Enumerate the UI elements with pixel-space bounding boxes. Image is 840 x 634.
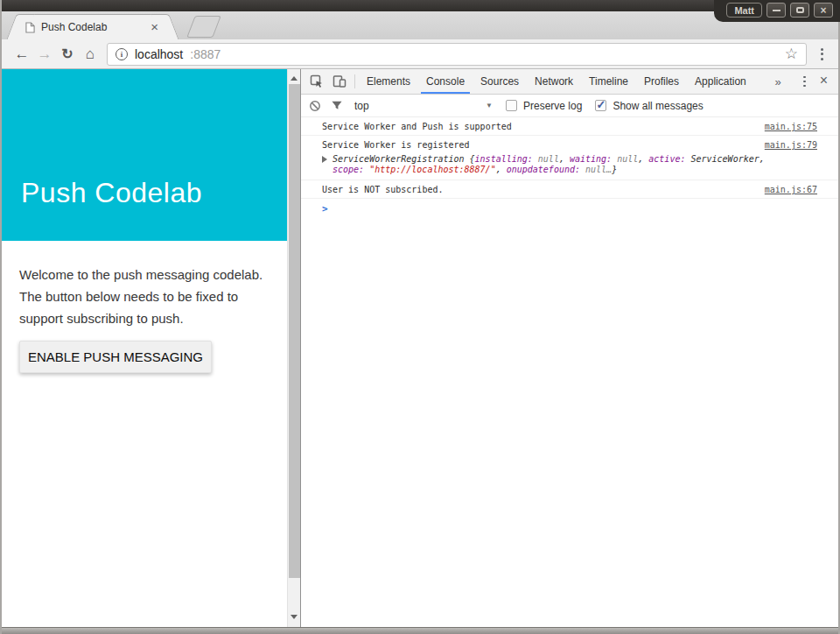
devtools-tab-network[interactable]: Network [527, 69, 581, 94]
scroll-up-icon [290, 76, 298, 81]
maximize-button[interactable] [790, 3, 809, 18]
token: onupdatefound: [507, 165, 585, 174]
device-toolbar-button[interactable] [328, 69, 351, 94]
console-toolbar: top ▼ Preserve log Show all messages [301, 95, 838, 117]
devtools-tab-timeline[interactable]: Timeline [581, 69, 636, 94]
reload-button[interactable]: ↻ [56, 43, 79, 66]
devtools-tab-elements[interactable]: Elements [359, 69, 418, 94]
console-message: User is NOT subscribed. main.js:67 [301, 180, 838, 199]
clear-console-icon[interactable] [309, 100, 321, 112]
prompt-chevron-icon: > [322, 204, 328, 214]
show-all-messages-label: Show all messages [612, 100, 703, 112]
devtools-close-button[interactable]: × [813, 73, 835, 90]
scroll-down-button[interactable] [288, 611, 300, 622]
tab-close-button[interactable]: × [147, 22, 162, 32]
console-prompt[interactable]: > [301, 199, 838, 219]
address-bar[interactable]: i localhost:8887 ☆ [107, 43, 807, 66]
more-tabs-button[interactable]: » [766, 75, 788, 88]
browser-window: Matt × Push Codelab × ← → ↻ ⌂ i localhos… [0, 0, 840, 634]
devtools-menu-button[interactable] [797, 76, 813, 88]
source-link[interactable]: main.js:75 [765, 121, 817, 132]
devtools-tabbar-right: » × [766, 69, 838, 94]
console-message: Service Worker and Push is supported mai… [301, 117, 838, 136]
chevron-down-icon: ▼ [486, 102, 493, 109]
execution-context-dropdown[interactable]: top ▼ [354, 100, 493, 112]
context-label: top [354, 100, 369, 112]
minimize-icon [773, 10, 780, 11]
token: , [496, 165, 507, 174]
back-button[interactable]: ← [10, 43, 33, 66]
page-title: Push Codelab [21, 177, 202, 209]
token: installing: [475, 154, 538, 164]
scroll-up-button[interactable] [288, 73, 300, 83]
minimize-button[interactable] [766, 3, 786, 18]
token: active: [648, 154, 690, 164]
device-icon [332, 74, 346, 88]
home-button[interactable]: ⌂ [79, 43, 102, 66]
console-log: Service Worker and Push is supported mai… [301, 117, 838, 627]
message-text: User is NOT subscribed. [322, 184, 765, 195]
tab-title: Push Codelab [41, 21, 147, 33]
devtools-tab-sources[interactable]: Sources [472, 69, 527, 94]
page-header: Push Codelab [2, 69, 287, 241]
token: waiting: [570, 154, 617, 164]
close-icon: × [820, 6, 826, 15]
scrollbar-thumb[interactable] [289, 84, 300, 578]
forward-button[interactable]: → [33, 43, 56, 66]
devtools-tab-application[interactable]: Application [687, 69, 754, 94]
token: , [638, 154, 648, 164]
close-button[interactable]: × [814, 3, 833, 18]
tab-strip: Push Codelab × [2, 11, 838, 39]
devtools-tab-console[interactable]: Console [418, 69, 472, 94]
console-message: Service Worker is registered main.js:79 … [301, 136, 838, 180]
expand-arrow-icon[interactable] [322, 156, 327, 163]
maximize-icon [796, 7, 804, 13]
show-all-messages-checkbox[interactable] [595, 100, 606, 111]
browser-tab[interactable]: Push Codelab × [20, 14, 165, 39]
browser-toolbar: ← → ↻ ⌂ i localhost:8887 ☆ [2, 39, 838, 69]
url-host: localhost [135, 47, 183, 61]
message-text: Service Worker is registered [322, 139, 765, 151]
new-tab-button[interactable] [186, 16, 221, 38]
token: , [559, 154, 570, 164]
object-preview[interactable]: ServiceWorkerRegistration {installing: n… [332, 154, 774, 175]
content-area: Push Codelab Welcome to the push messagi… [2, 69, 838, 627]
separator [354, 74, 355, 88]
preserve-log-checkbox[interactable] [506, 100, 517, 111]
inspect-cursor-icon [310, 74, 324, 88]
source-link[interactable]: main.js:67 [765, 184, 817, 195]
enable-push-button[interactable]: ENABLE PUSH MESSAGING [19, 341, 212, 373]
page-icon [25, 22, 35, 33]
url-port: :8887 [190, 47, 220, 61]
devtools-panel: Elements Console Sources Network Timelin… [300, 69, 838, 627]
bookmark-star-icon[interactable]: ☆ [785, 47, 798, 61]
filter-icon[interactable] [331, 100, 343, 111]
token: ServiceWorkerRegistration [332, 154, 470, 164]
token: "http://localhost:8887/" [369, 165, 496, 174]
message-text: Service Worker and Push is supported [322, 121, 765, 132]
token: , [760, 154, 765, 164]
token: null [617, 154, 638, 164]
page-body: Welcome to the push messaging codelab. T… [2, 241, 300, 373]
preserve-log-label: Preserve log [523, 100, 582, 112]
site-info-icon[interactable]: i [116, 48, 128, 60]
token: scope: [332, 165, 369, 174]
user-button[interactable]: Matt [726, 3, 762, 18]
token: null… [585, 165, 612, 174]
browser-menu-button[interactable] [814, 48, 830, 60]
source-link[interactable]: main.js:79 [765, 139, 817, 151]
token: } [612, 165, 617, 174]
page-content: Push Codelab Welcome to the push messagi… [2, 69, 300, 627]
window-bottom-edge [2, 627, 838, 634]
welcome-paragraph: Welcome to the push messaging codelab. T… [19, 264, 284, 329]
scroll-down-icon [290, 615, 298, 619]
inspect-element-button[interactable] [305, 69, 328, 94]
devtools-tab-profiles[interactable]: Profiles [636, 69, 687, 94]
devtools-tabbar: Elements Console Sources Network Timelin… [301, 69, 838, 95]
titlebar: Matt × [2, 0, 838, 11]
page-scrollbar[interactable] [287, 69, 300, 627]
window-controls: Matt × [714, 0, 840, 22]
token: ServiceWorker [690, 154, 759, 164]
token: null [538, 154, 559, 164]
